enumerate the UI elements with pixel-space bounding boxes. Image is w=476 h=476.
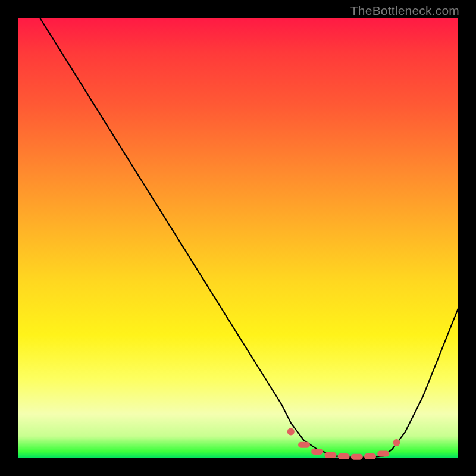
gradient-plot-area xyxy=(18,18,458,458)
curve-svg xyxy=(18,18,458,458)
marker-pill xyxy=(311,449,323,455)
marker-pill xyxy=(351,454,363,460)
bottleneck-curve xyxy=(40,18,458,458)
marker-dot xyxy=(287,428,295,436)
marker-pill xyxy=(324,452,336,458)
frame: TheBottleneck.com xyxy=(0,0,476,476)
marker-pill xyxy=(377,451,389,457)
min-markers xyxy=(287,428,400,460)
marker-pill xyxy=(338,453,350,459)
watermark-text: TheBottleneck.com xyxy=(350,4,459,18)
marker-dot xyxy=(393,439,400,446)
marker-pill xyxy=(298,442,310,448)
marker-pill xyxy=(364,453,376,459)
